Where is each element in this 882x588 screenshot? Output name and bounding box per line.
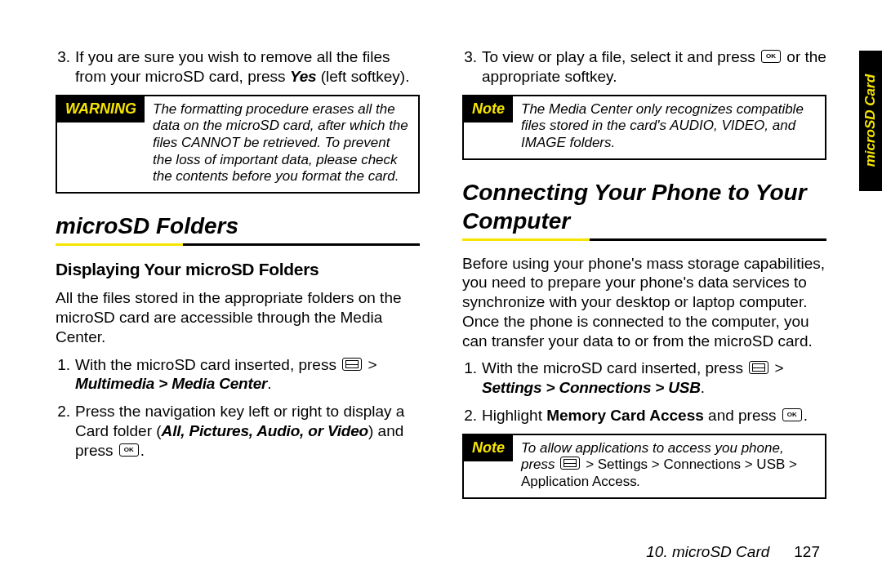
text: (left softkey). [316,68,409,85]
step-text: If you are sure you wish to remove all t… [75,47,420,87]
step-text: Highlight Memory Card Access and press . [482,406,826,425]
menu-path: Settings > Connections > USB [482,379,701,396]
menu-key-icon [749,361,768,374]
heading-rule [462,238,826,241]
text: . [267,375,271,392]
heading-rule [56,243,420,246]
left-display-step-2: 2. Press the navigation key left or righ… [56,402,420,460]
menu-item: Memory Card Access [546,407,704,424]
callout-tag: Note [464,96,513,123]
callout-body: The formatting procedure erases all the … [145,96,418,193]
section-heading: Connecting Your Phone to Your Computer [462,178,826,235]
warning-callout: WARNING The formatting procedure erases … [56,95,420,194]
step-text: Press the navigation key left or right t… [75,402,420,460]
note-callout-2: Note To allow applications to access you… [462,434,826,499]
left-display-step-1: 1. With the microSD card inserted, press… [56,355,420,394]
left-step-3: 3. If you are sure you wish to remove al… [56,47,420,87]
callout-body: To allow applications to access you phon… [513,435,825,497]
callout-tag: WARNING [57,96,145,123]
chapter-label: 10. microSD Card [646,542,769,562]
step-number: 3. [56,47,70,87]
step-text: To view or play a file, select it and pr… [482,47,826,87]
callout-body: The Media Center only recognizes compati… [513,96,825,158]
left-column: 3. If you are sure you wish to remove al… [56,39,420,514]
softkey-name: Yes [290,68,317,85]
menu-key-icon [342,358,362,371]
folder-options: All, Pictures, Audio, or Video [162,422,368,439]
text: and press [704,407,781,424]
note-callout-1: Note The Media Center only recognizes co… [462,95,826,160]
right-column: 3. To view or play a file, select it and… [462,39,826,514]
step-text: With the microSD card inserted, press > … [75,355,420,394]
step-number: 3. [462,47,477,87]
page-footer: 10. microSD Card 127 [646,542,820,562]
ok-key-icon [761,50,781,63]
text: > [770,359,783,376]
section-heading: microSD Folders [56,212,420,240]
intro-paragraph: All the files stored in the appropriate … [56,288,420,346]
page: 3. If you are sure you wish to remove al… [0,0,882,514]
text: With the microSD card inserted, press [75,356,341,373]
right-connect-step-1: 1. With the microSD card inserted, press… [462,359,826,398]
side-tab-label: microSD Card [862,74,879,167]
right-step-3: 3. To view or play a file, select it and… [462,47,826,87]
text: . [701,379,705,396]
text: Highlight [482,407,546,424]
text: > [363,356,376,373]
page-number: 127 [794,542,820,562]
text: > [581,457,597,472]
callout-tag: Note [464,435,513,462]
right-connect-step-2: 2. Highlight Memory Card Access and pres… [462,406,826,425]
text: To view or play a file, select it and pr… [482,48,760,65]
intro-paragraph: Before using your phone's mass storage c… [462,254,826,351]
text: . [804,407,808,424]
ok-key-icon [119,443,139,457]
text: . [637,474,641,489]
step-number: 2. [56,402,70,460]
side-tab: microSD Card [859,51,882,191]
ok-key-icon [782,408,802,421]
step-number: 1. [56,355,70,394]
text: With the microSD card inserted, press [482,359,747,376]
subsection-heading: Displaying Your microSD Folders [56,259,420,280]
step-number: 2. [462,406,477,425]
menu-key-icon [560,457,580,470]
step-number: 1. [462,359,477,398]
step-text: With the microSD card inserted, press > … [482,359,826,398]
text: . [140,442,145,459]
menu-path: Multimedia > Media Center [75,375,267,392]
